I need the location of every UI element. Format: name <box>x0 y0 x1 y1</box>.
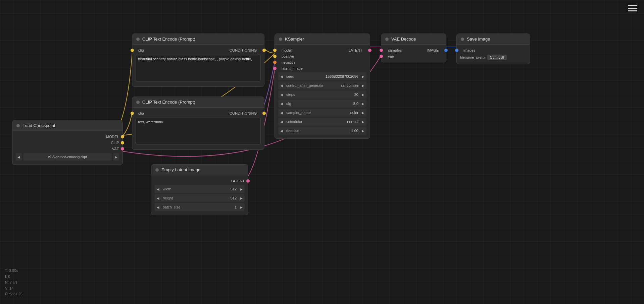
ksampler-latent-input: latent_image <box>275 65 370 71</box>
steps-prev-btn[interactable]: ◀ <box>278 90 285 99</box>
control-after-value: randomize <box>341 83 360 87</box>
filename-prefix-label: filename_prefix <box>460 55 485 59</box>
control-prev-btn[interactable]: ◀ <box>278 81 285 89</box>
empty-latent-image-node: Empty Latent Image LATENT ◀ width 512 ▶ … <box>151 164 248 215</box>
conditioning-output-label-2: CONDITIONING <box>230 111 261 115</box>
width-prev-btn[interactable]: ◀ <box>155 185 161 193</box>
scheduler-next-btn[interactable]: ▶ <box>360 118 366 126</box>
clip-text-encode-1-body: clip CONDITIONING <box>132 45 264 86</box>
clip-text-encode-2-node: CLIP Text Encode (Prompt) clip CONDITION… <box>132 97 264 150</box>
clip-input-label-1: clip <box>136 48 144 52</box>
width-label: width <box>161 187 231 191</box>
ksampler-latent-input-port[interactable] <box>273 67 277 70</box>
ckpt-next-btn[interactable]: ▶ <box>113 153 119 161</box>
ksampler-title: KSampler <box>285 37 304 42</box>
conditioning-output-port-1[interactable] <box>262 49 266 52</box>
menu-line-1 <box>628 5 637 6</box>
save-images-label: images <box>460 48 475 52</box>
filename-prefix-value[interactable]: ComfyUI <box>487 55 507 60</box>
ksampler-negative-port[interactable] <box>273 61 277 64</box>
save-image-node: Save Image images filename_prefix ComfyU… <box>456 34 530 64</box>
seed-label: seed <box>285 74 326 78</box>
sampler-name-value: euler <box>350 111 360 115</box>
footer-v: V: 14 <box>5 286 22 292</box>
ksampler-model-port[interactable] <box>273 49 277 52</box>
steps-value: 20 <box>354 93 360 97</box>
conditioning-output-port-2[interactable] <box>262 112 266 115</box>
ksampler-latent-port[interactable] <box>368 49 371 52</box>
input-clip-2: clip CONDITIONING <box>132 110 264 116</box>
ksampler-latent-label: LATENT <box>349 48 366 52</box>
ksampler-model-label: model <box>278 48 292 52</box>
scheduler-prev-btn[interactable]: ◀ <box>278 118 285 126</box>
width-next-btn[interactable]: ▶ <box>238 185 245 193</box>
menu-button[interactable] <box>628 5 637 11</box>
output-model: MODEL <box>12 134 122 140</box>
vae-image-output-port[interactable] <box>444 49 448 52</box>
footer-stats: T: 0.00s I: 0 N: 7 [7] V: 14 FPS:31.25 <box>5 268 22 297</box>
cfg-label: cfg <box>285 102 353 106</box>
input-clip-1: clip CONDITIONING <box>132 47 264 53</box>
sampler-prev-btn[interactable]: ◀ <box>278 109 285 117</box>
batch-size-next-btn[interactable]: ▶ <box>238 203 245 211</box>
vae-port[interactable] <box>121 147 124 150</box>
empty-latent-image-title: Empty Latent Image <box>161 167 200 172</box>
node-dot-5 <box>385 38 389 41</box>
vae-decode-vae-input: vae <box>381 53 446 59</box>
ksampler-model-input: model LATENT <box>275 47 370 53</box>
denoise-next-btn[interactable]: ▶ <box>360 127 366 135</box>
node-dot-4 <box>279 38 282 41</box>
scheduler-value: normal <box>347 120 360 124</box>
ckpt-prev-btn[interactable]: ◀ <box>16 153 22 161</box>
load-checkpoint-title: Load Checkpoint <box>22 123 55 128</box>
ksampler-negative-label: negative <box>278 60 296 64</box>
control-next-btn[interactable]: ▶ <box>360 81 366 89</box>
ksampler-positive-label: positive <box>278 54 294 58</box>
denoise-prev-btn[interactable]: ◀ <box>278 127 285 135</box>
clip-port[interactable] <box>121 141 124 144</box>
ksampler-node: KSampler model LATENT positive negative … <box>275 34 370 139</box>
vae-decode-body: samples IMAGE vae <box>381 45 446 62</box>
model-port[interactable] <box>121 135 124 138</box>
ksampler-body: model LATENT positive negative latent_im… <box>275 45 370 138</box>
filename-prefix-row: filename_prefix ComfyUI <box>460 55 527 60</box>
menu-line-2 <box>628 8 637 9</box>
ksampler-negative-input: negative <box>275 59 370 65</box>
batch-size-prev-btn[interactable]: ◀ <box>155 203 161 211</box>
load-checkpoint-header: Load Checkpoint <box>12 120 122 131</box>
save-image-title: Save Image <box>467 37 490 42</box>
height-value: 512 <box>231 196 238 200</box>
clip-input-port-1[interactable] <box>131 49 134 52</box>
height-next-btn[interactable]: ▶ <box>238 194 245 202</box>
height-prev-btn[interactable]: ◀ <box>155 194 161 202</box>
save-images-port[interactable] <box>455 49 458 52</box>
sampler-name-label: sampler_name <box>285 111 350 115</box>
vae-vae-port[interactable] <box>380 55 383 58</box>
ksampler-seed: ◀ seed 1566802087002086 ▶ <box>278 72 366 80</box>
sampler-next-btn[interactable]: ▶ <box>360 109 366 117</box>
denoise-value: 1.00 <box>351 129 360 133</box>
save-image-body: images filename_prefix ComfyUI <box>457 45 530 64</box>
ckpt-value[interactable]: v1-5-pruned-emaonly.ckpt <box>23 153 112 161</box>
seed-next-btn[interactable]: ▶ <box>360 72 366 80</box>
clip-text-1-input[interactable] <box>136 55 261 81</box>
node-dot-6 <box>461 38 464 41</box>
latent-output-port[interactable] <box>246 179 250 183</box>
denoise-label: denoise <box>285 129 351 133</box>
output-clip: CLIP <box>12 140 122 146</box>
model-label: MODEL <box>106 135 119 139</box>
load-checkpoint-node: Load Checkpoint MODEL CLIP VAE ◀ v1-5-pr… <box>12 120 123 165</box>
output-latent: LATENT <box>151 178 248 184</box>
seed-prev-btn[interactable]: ◀ <box>278 72 285 80</box>
vae-samples-port[interactable] <box>380 49 383 52</box>
cfg-value: 8.0 <box>353 102 360 106</box>
output-vae: VAE <box>12 146 122 152</box>
clip-input-port-2[interactable] <box>131 112 134 115</box>
ksampler-cfg: ◀ cfg 8.0 ▶ <box>278 100 366 108</box>
clip-text-2-input[interactable] <box>136 118 261 144</box>
batch-size-field: ◀ batch_size 1 ▶ <box>155 203 245 211</box>
steps-next-btn[interactable]: ▶ <box>360 90 366 99</box>
cfg-prev-btn[interactable]: ◀ <box>278 100 285 108</box>
ksampler-positive-port[interactable] <box>273 55 277 58</box>
cfg-next-btn[interactable]: ▶ <box>360 100 366 108</box>
